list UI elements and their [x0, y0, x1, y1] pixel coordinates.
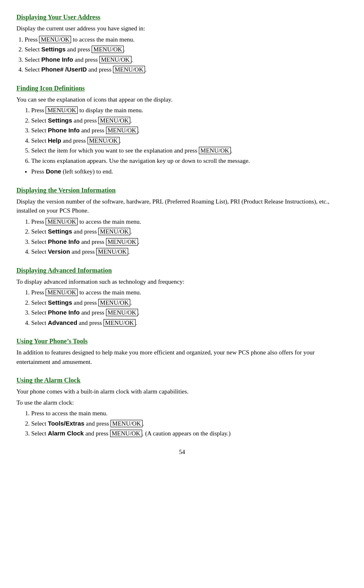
section-icon-definitions: Finding Icon Definitions You can see the… [16, 83, 348, 176]
list-item: Select Phone Info and press MENU/OK. [31, 126, 348, 135]
list-item: Select Tools/Extras and press MENU/OK. [31, 419, 348, 428]
intro-advanced-info: To display advanced information such as … [16, 277, 348, 287]
key-menuok: MENU/OK [46, 218, 78, 225]
list-item: Press MENU/OK to access the main menu. [31, 288, 348, 297]
bold-advanced: Advanced [48, 319, 77, 326]
key-menuok: MENU/OK [92, 46, 124, 53]
list-item: Press MENU/OK to access the main menu. [31, 217, 348, 227]
key-menuok: MENU/OK [88, 137, 120, 144]
key-menuok: MENU/OK [39, 36, 71, 43]
list-item: Select Version and press MENU/OK. [31, 247, 348, 257]
bold-phoneinfo: Phone Info [48, 127, 80, 134]
list-item: Press MENU/OK to display the main menu. [31, 106, 348, 115]
page-number: 54 [16, 447, 348, 457]
alarm-clock-line1: Your phone comes with a built-in alarm c… [16, 387, 348, 396]
list-item: Press to access the main menu. [31, 409, 348, 418]
key-menuok: MENU/OK [46, 289, 78, 296]
heading-user-address: Displaying Your User Address [16, 12, 348, 22]
heading-advanced-info: Displaying Advanced Information [16, 266, 348, 275]
key-menuok: MENU/OK [98, 228, 130, 235]
bold-help: Help [48, 137, 61, 144]
bold-settings: Settings [48, 117, 72, 124]
list-item: Select Help and press MENU/OK. [31, 136, 348, 146]
list-item: Select Settings and press MENU/OK. [31, 227, 348, 236]
key-menuok: MENU/OK [111, 420, 143, 427]
list-item: Select the item for which you want to se… [31, 146, 348, 155]
bold-phoneinfo: Phone Info [48, 238, 80, 245]
list-item: Select Phone Info and press MENU/OK. [31, 308, 348, 317]
list-item: Select Phone Info and press MENU/OK. [31, 237, 348, 247]
list-item: Select Phone Info and press MENU/OK. [25, 55, 348, 65]
heading-version-info: Displaying the Version Information [16, 185, 348, 195]
intro-user-address: Display the current user address you hav… [16, 24, 348, 33]
list-item: Select Settings and press MENU/OK. [25, 45, 348, 54]
heading-phone-tools: Using Your Phone’s Tools [16, 336, 348, 346]
key-menuok: MENU/OK [113, 66, 145, 73]
list-item: Select Settings and press MENU/OK. [31, 116, 348, 125]
bold-phoneinfo: Phone Info [41, 56, 73, 63]
bold-settings: Settings [48, 299, 72, 306]
key-menuok: MENU/OK [106, 127, 138, 134]
key-menuok: MENU/OK [46, 106, 78, 114]
key-menuok: MENU/OK [96, 248, 128, 255]
key-menuok: MENU/OK [104, 319, 136, 326]
key-menuok: MENU/OK [98, 117, 130, 124]
key-menuok: MENU/OK [106, 238, 138, 245]
key-menuok: MENU/OK [98, 299, 130, 306]
section-advanced-info: Displaying Advanced Information To displ… [16, 266, 348, 328]
list-item: Press MENU/OK to access the main menu. [25, 35, 348, 44]
key-menuok: MENU/OK [106, 309, 138, 316]
bold-settings: Settings [41, 46, 65, 53]
bold-alarmclock: Alarm Clock [48, 430, 84, 437]
section-user-address: Displaying Your User Address Display the… [16, 12, 348, 74]
bold-toolsextras: Tools/Extras [48, 420, 84, 427]
bold-phoneinfo: Phone Info [48, 309, 80, 316]
key-menuok: MENU/OK [110, 430, 142, 437]
list-item: Select Settings and press MENU/OK. [31, 298, 348, 308]
alarm-clock-line2: To use the alarm clock: [16, 398, 348, 407]
list-item: Press Done (left softkey) to end. [31, 167, 348, 176]
intro-version-info: Display the version number of the softwa… [16, 197, 348, 215]
section-phone-tools: Using Your Phone’s Tools In addition to … [16, 336, 348, 366]
list-item: Select Alarm Clock and press MENU/OK. (A… [31, 429, 348, 438]
bold-done: Done [46, 168, 61, 175]
list-item: Select Advanced and press MENU/OK. [31, 318, 348, 328]
intro-icon-definitions: You can see the explanation of icons tha… [16, 95, 348, 104]
heading-icon-definitions: Finding Icon Definitions [16, 83, 348, 93]
list-item: The icons explanation appears. Use the n… [31, 156, 348, 166]
heading-alarm-clock: Using the Alarm Clock [16, 375, 348, 385]
intro-phone-tools: In addition to features designed to help… [16, 348, 348, 366]
section-alarm-clock: Using the Alarm Clock Your phone comes w… [16, 375, 348, 438]
bold-phoneid: Phone# /UserID [41, 66, 87, 73]
key-menuok: MENU/OK [99, 56, 131, 63]
section-version-info: Displaying the Version Information Displ… [16, 185, 348, 257]
key-menuok: MENU/OK [199, 147, 231, 154]
list-item: Select Phone# /UserID and press MENU/OK. [25, 65, 348, 74]
bold-settings: Settings [48, 228, 72, 235]
bold-version: Version [48, 248, 70, 255]
